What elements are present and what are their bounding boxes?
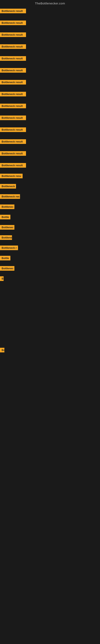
bottleneck-badge[interactable]: Bottleneck result <box>0 92 26 96</box>
list-item: Bottleneck result <box>0 50 100 62</box>
bottleneck-badge[interactable]: Bottleneck result <box>0 80 26 84</box>
bottleneck-badge[interactable]: Bottleneck result <box>0 139 26 144</box>
list-item: Bottlenec <box>0 262 100 272</box>
bottleneck-badge[interactable]: Bottleneck result <box>0 151 26 156</box>
list-item: Bottlenec <box>0 200 100 210</box>
list-item: Bottlenec <box>0 220 100 231</box>
site-header: TheBottlenecker.com <box>0 0 100 6</box>
list-item: Bottleneck result <box>0 38 100 50</box>
bottleneck-badge[interactable]: Bottlenec <box>0 225 14 230</box>
bottleneck-badge[interactable]: Bottleneck resu <box>0 174 23 178</box>
list-item: Bottleneck result <box>0 14 100 26</box>
bottleneck-badge[interactable]: Bottleneck res <box>0 194 20 199</box>
bottleneck-badge[interactable]: Bottleneck result <box>0 104 26 108</box>
bottleneck-badge[interactable]: Bottle <box>0 256 10 260</box>
empty-section-1 <box>0 282 100 346</box>
bottleneck-badge[interactable]: Bottle <box>0 215 10 219</box>
bottleneck-badge[interactable]: Bottleneck result <box>0 68 26 73</box>
list-item: Bottleneck result <box>0 110 100 121</box>
bottleneck-badge[interactable]: Bottleneck result <box>0 128 26 132</box>
list-item: Bottle <box>0 251 100 262</box>
bottleneck-badge[interactable]: Bo <box>0 348 4 352</box>
bottleneck-badge[interactable]: Bottleneck result <box>0 56 26 61</box>
list-item: Bottleneck <box>0 180 100 190</box>
list-item: Bottle <box>0 210 100 220</box>
list-item: Bottleneck result <box>0 98 100 110</box>
list-item: Bottleneck result <box>0 133 100 145</box>
bottleneck-badge[interactable]: Bottleneck result <box>0 20 26 25</box>
bottleneck-badge[interactable]: Bottlenec <box>0 204 14 209</box>
list-item: Bottleneck result <box>0 26 100 38</box>
list-item: Bo <box>0 346 100 354</box>
bottleneck-badge[interactable]: B <box>0 276 3 281</box>
list-item: Bottleneck resu <box>0 169 100 180</box>
list-item: Bottleneck result <box>0 62 100 74</box>
bottleneck-badge[interactable]: Bottleneck result <box>0 163 26 168</box>
list-item: Bottleneck result <box>0 74 100 86</box>
list-item: Bottleneck result <box>0 145 100 157</box>
bottleneck-badge[interactable]: Bottlene <box>0 235 12 240</box>
bottleneck-badge[interactable]: Bottleneck r <box>0 246 18 250</box>
list-item: Bottleneck result <box>0 7 100 14</box>
list-item: Bottleneck res <box>0 190 100 200</box>
bottleneck-badge[interactable]: Bottleneck result <box>0 116 26 120</box>
list-item: Bottleneck result <box>0 121 100 133</box>
list-item: Bottleneck r <box>0 241 100 251</box>
page-wrapper: TheBottlenecker.com Bottleneck result Bo… <box>0 0 100 536</box>
bottleneck-badge[interactable]: Bottleneck result <box>0 9 26 13</box>
list-item: Bottlene <box>0 231 100 241</box>
list-item: B <box>0 272 100 282</box>
empty-section-2 <box>0 354 100 535</box>
list-item: Bottleneck result <box>0 157 100 169</box>
bottleneck-badge[interactable]: Bottleneck result <box>0 44 26 49</box>
bottleneck-list: Bottleneck result Bottleneck result Bott… <box>0 6 100 536</box>
bottleneck-badge[interactable]: Bottleneck result <box>0 32 26 37</box>
list-item: Bottleneck result <box>0 86 100 98</box>
bottleneck-badge[interactable]: Bottlenec <box>0 266 14 271</box>
site-title: TheBottlenecker.com <box>35 2 65 5</box>
bottleneck-badge[interactable]: Bottleneck <box>0 184 16 188</box>
